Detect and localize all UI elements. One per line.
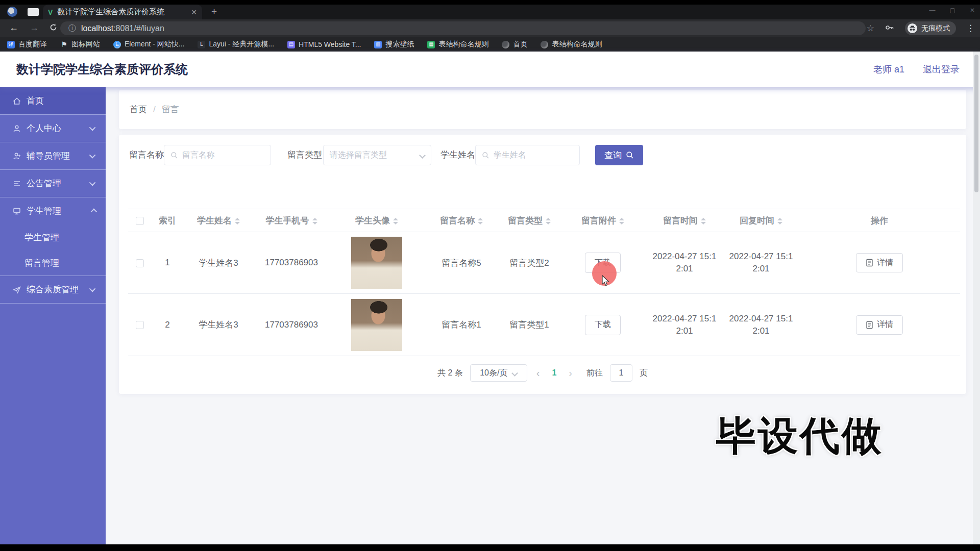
- browser-menu-icon[interactable]: ⋮: [966, 23, 975, 34]
- bookmark-icon-site[interactable]: ⚑ 图标网站: [60, 40, 100, 49]
- header-select-all: [128, 209, 152, 232]
- sidebar-subitem-message-management[interactable]: 留言管理: [0, 250, 106, 276]
- address-bar[interactable]: ⓘ localhost :8081/#/liuyan: [60, 21, 866, 35]
- back-icon[interactable]: ←: [9, 22, 18, 33]
- detail-button[interactable]: 详情: [856, 253, 903, 272]
- document-icon: [866, 321, 873, 329]
- forward-icon[interactable]: →: [30, 22, 39, 33]
- baidu-translate-icon: 译: [7, 41, 15, 48]
- message-name-field[interactable]: [182, 151, 264, 160]
- bookmark-element[interactable]: E Element - 网站快...: [113, 40, 184, 49]
- search-icon: [626, 151, 634, 159]
- refresh-icon[interactable]: [49, 23, 58, 34]
- cell-index: 2: [152, 294, 183, 356]
- chevron-up-icon: [91, 209, 97, 215]
- sidebar-item-quality-management[interactable]: 综合素质管理: [0, 276, 106, 303]
- key-icon[interactable]: [885, 22, 895, 35]
- prev-page-icon[interactable]: ‹: [534, 367, 542, 379]
- sidebar: 首页 个人中心 辅导员管理 公告管理 学生: [0, 87, 106, 544]
- flag-icon: ⚑: [60, 41, 68, 48]
- cell-index: 1: [152, 232, 183, 294]
- sort-icon[interactable]: [312, 218, 317, 224]
- select-all-checkbox[interactable]: [136, 217, 144, 225]
- col-header-student-avatar[interactable]: 学生头像: [329, 209, 424, 232]
- message-type-select[interactable]: 请选择留言类型: [323, 145, 431, 165]
- sort-icon[interactable]: [619, 218, 624, 224]
- row-checkbox[interactable]: [136, 321, 144, 329]
- bookmark-table-naming-2[interactable]: 表结构命名规则: [541, 40, 602, 49]
- sort-icon[interactable]: [546, 218, 551, 224]
- cell-student-phone: 17703786903: [254, 294, 329, 356]
- student-name-field[interactable]: [494, 151, 573, 160]
- col-header-attachment[interactable]: 留言附件: [560, 209, 646, 232]
- sidebar-item-student-management[interactable]: 学生管理: [0, 197, 106, 224]
- row-checkbox[interactable]: [136, 259, 144, 267]
- student-avatar-image: [351, 299, 402, 351]
- bookmark-baidu-translate[interactable]: 译 百度翻译: [7, 40, 47, 49]
- bookmark-wallpaper[interactable]: ▥ 搜索壁纸: [374, 40, 414, 49]
- wallpaper-icon: ▥: [374, 41, 382, 48]
- page-info-icon[interactable]: ⓘ: [68, 23, 76, 33]
- bookmark-table-naming[interactable]: ▦ 表结构命名规则: [427, 40, 488, 49]
- send-icon: [12, 285, 21, 294]
- window-close-button[interactable]: ✕: [970, 7, 975, 14]
- col-header-message-name[interactable]: 留言名称: [424, 209, 499, 232]
- incognito-icon: [908, 23, 917, 33]
- list-icon: [12, 179, 21, 188]
- header-user-area: 老师 a1 退出登录: [873, 63, 960, 76]
- incognito-badge: 无痕模式: [905, 21, 956, 35]
- detail-button[interactable]: 详情: [856, 315, 903, 335]
- col-header-student-name[interactable]: 学生姓名: [183, 209, 254, 232]
- col-header-message-time[interactable]: 留言时间: [646, 209, 723, 232]
- student-name-label: 学生姓名: [440, 145, 475, 165]
- page-size-select[interactable]: 10条/页: [470, 364, 527, 382]
- url-path: :8081/#/liuyan: [113, 24, 164, 33]
- message-name-input[interactable]: [164, 145, 271, 165]
- tab-close-icon[interactable]: ✕: [191, 8, 197, 16]
- page-scrollbar[interactable]: [973, 52, 980, 544]
- sort-icon[interactable]: [701, 218, 706, 224]
- sidebar-subitem-student-management[interactable]: 学生管理: [0, 224, 106, 250]
- board-icon: [12, 207, 21, 216]
- next-page-icon[interactable]: ›: [567, 367, 574, 379]
- window-controls: — ▢ ✕: [929, 7, 975, 14]
- bookmark-star-icon[interactable]: ☆: [867, 23, 874, 34]
- new-tab-button[interactable]: +: [211, 6, 217, 17]
- sidebar-item-announcement-management[interactable]: 公告管理: [0, 170, 106, 197]
- sidebar-item-counselor-management[interactable]: 辅导员管理: [0, 142, 106, 169]
- watermark-text: 毕设代做: [716, 410, 884, 463]
- scrollbar-thumb[interactable]: [974, 55, 978, 192]
- bookmark-homepage[interactable]: 首页: [502, 40, 527, 49]
- student-name-input[interactable]: [475, 145, 580, 165]
- sidebar-item-home[interactable]: 首页: [0, 87, 106, 114]
- col-header-reply-time[interactable]: 回复时间: [723, 209, 799, 232]
- tab-title: 数计学院学生综合素质评价系统: [57, 7, 187, 17]
- current-user: 老师 a1: [873, 63, 904, 76]
- logout-link[interactable]: 退出登录: [923, 63, 960, 76]
- mouse-cursor-icon: [600, 274, 610, 288]
- sort-icon[interactable]: [393, 218, 398, 224]
- search-button[interactable]: 查询: [595, 145, 643, 165]
- bookmark-html5-template[interactable]: ▤ HTML5 Website T...: [287, 40, 361, 48]
- current-page-number[interactable]: 1: [549, 368, 559, 378]
- window-minimize-button[interactable]: —: [929, 7, 936, 14]
- cell-message-time: 2022-04-27 15:12:01: [646, 313, 723, 337]
- goto-page-input[interactable]: [610, 364, 632, 382]
- app-header: 数计学院学生综合素质评价系统 老师 a1 退出登录: [0, 52, 980, 87]
- sort-icon[interactable]: [235, 218, 240, 224]
- col-header-message-type[interactable]: 留言类型: [499, 209, 560, 232]
- chevron-down-icon: [419, 152, 426, 159]
- document-icon: [866, 259, 873, 267]
- breadcrumb-home[interactable]: 首页: [130, 104, 147, 115]
- window-maximize-button[interactable]: ▢: [950, 7, 955, 14]
- page-unit-label: 页: [640, 368, 648, 379]
- browser-tab[interactable]: V 数计学院学生综合素质评价系统 ✕: [43, 5, 202, 19]
- search-icon: [482, 152, 489, 159]
- col-header-student-phone[interactable]: 学生手机号: [254, 209, 329, 232]
- sort-icon[interactable]: [777, 218, 782, 224]
- browser-address-row: ← → ⓘ localhost :8081/#/liuyan ☆ 无痕模式 ⋮: [0, 19, 980, 37]
- sidebar-item-personal-center[interactable]: 个人中心: [0, 115, 106, 142]
- sort-icon[interactable]: [478, 218, 483, 224]
- download-button[interactable]: 下载: [585, 315, 621, 335]
- bookmark-layui[interactable]: L Layui - 经典开源模...: [198, 40, 274, 49]
